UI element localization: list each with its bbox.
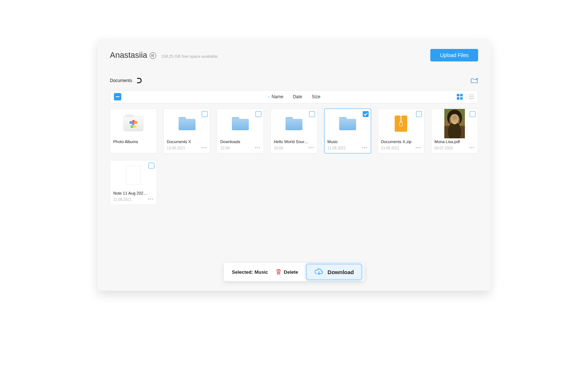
registered-mark-icon: R — [150, 52, 156, 59]
file-tile[interactable]: Music11.08.2021••• — [324, 109, 371, 153]
tile-more-icon[interactable]: ••• — [201, 147, 207, 149]
user-name: Anastasiia R — [110, 50, 156, 60]
file-tile[interactable]: Documents X13.08.2021••• — [164, 109, 211, 153]
grid-view-icon[interactable] — [457, 94, 463, 100]
tile-meta: 11.08.2021••• — [325, 145, 371, 152]
tile-date: 12:38 — [220, 146, 229, 150]
toolbar: ↑ Name Date Size — [110, 90, 478, 103]
tile-checkbox[interactable] — [255, 111, 261, 117]
file-tile[interactable]: Photo Albums••• — [110, 109, 157, 153]
tile-meta: 15:09••• — [271, 145, 317, 152]
view-toggle — [457, 94, 474, 100]
tile-name: Documents X — [164, 138, 210, 145]
folder-icon — [286, 117, 302, 130]
file-tile[interactable]: Mona Lisa.pdf03.07.2020••• — [431, 109, 478, 153]
file-tile[interactable]: Hello World Sour…15:09••• — [270, 109, 318, 153]
breadcrumb-row: Documents — [110, 78, 478, 84]
tile-name: Documents X.zip — [378, 138, 424, 145]
tile-name: Downloads — [217, 138, 263, 145]
file-tile[interactable]: Downloads12:38••• — [217, 109, 264, 153]
user-name-text: Anastasiia — [110, 50, 147, 60]
sort-size-label: Size — [312, 94, 320, 99]
selection-action-bar: Selected: Music Delete Download — [224, 263, 364, 281]
new-folder-icon[interactable] — [471, 78, 478, 84]
sort-controls: ↑ Name Date Size — [268, 94, 320, 99]
delete-button[interactable]: Delete — [276, 269, 298, 275]
tile-thumbnail — [110, 109, 157, 138]
sort-name-label: Name — [272, 94, 283, 99]
tile-more-icon[interactable]: ••• — [362, 147, 368, 149]
tile-more-icon[interactable]: ••• — [469, 147, 475, 149]
sort-by-date[interactable]: Date — [293, 94, 302, 99]
tile-meta: 13.08.2021••• — [164, 145, 210, 152]
note-file-icon — [126, 166, 141, 185]
tile-checkbox[interactable] — [363, 111, 369, 117]
tile-name: Photo Albums — [110, 138, 157, 145]
breadcrumb-label: Documents — [110, 78, 132, 83]
sort-ascending-icon: ↑ — [268, 95, 270, 99]
tile-more-icon[interactable]: ••• — [148, 198, 154, 201]
sort-date-label: Date — [293, 94, 302, 99]
folder-icon — [232, 117, 249, 130]
sort-by-name[interactable]: ↑ Name — [268, 94, 283, 99]
file-tile[interactable]: Documents X.zip13.08.2021••• — [378, 109, 425, 153]
tile-checkbox[interactable] — [416, 111, 422, 117]
file-tile[interactable]: Note 11 Aug 202…11.08.2021••• — [110, 160, 157, 205]
tile-date: 11.08.2021 — [327, 146, 346, 150]
tile-date: 13.08.2021 — [167, 146, 185, 150]
tile-date: 11.08.2021 — [113, 198, 132, 202]
select-all-toggle[interactable] — [114, 93, 121, 100]
download-button[interactable]: Download — [306, 264, 362, 280]
tile-meta: 11.08.2021••• — [110, 196, 157, 204]
cloud-download-icon — [314, 268, 324, 276]
tile-meta: 12:38••• — [217, 145, 263, 152]
tile-name: Hello World Sour… — [271, 138, 317, 145]
tile-name: Mona Lisa.pdf — [431, 138, 478, 145]
tile-more-icon[interactable]: ••• — [255, 147, 261, 149]
breadcrumb[interactable]: Documents — [110, 78, 142, 84]
image-thumbnail — [444, 109, 465, 138]
tile-name: Music — [325, 138, 371, 145]
sort-by-size[interactable]: Size — [312, 94, 320, 99]
breadcrumb-app-icon — [136, 78, 142, 84]
folder-icon — [339, 117, 356, 130]
tile-checkbox[interactable] — [202, 111, 208, 117]
free-space-label: 158,25 GB free space available — [161, 54, 218, 58]
tile-meta: 13.08.2021••• — [378, 145, 424, 152]
file-manager-panel: Anastasiia R 158,25 GB free space availa… — [97, 39, 491, 291]
photos-folder-icon — [123, 116, 143, 131]
upload-files-button[interactable]: Upload Files — [430, 49, 478, 61]
tile-name: Note 11 Aug 202… — [110, 190, 157, 196]
tile-checkbox[interactable] — [309, 111, 315, 117]
tile-checkbox[interactable] — [470, 111, 476, 117]
trash-icon — [276, 269, 281, 275]
tile-more-icon[interactable]: ••• — [416, 147, 422, 149]
user-block: Anastasiia R 158,25 GB free space availa… — [110, 50, 218, 60]
file-grid: Photo Albums•••Documents X13.08.2021•••D… — [110, 109, 478, 205]
tile-meta: 03.07.2020••• — [431, 145, 478, 152]
header-row: Anastasiia R 158,25 GB free space availa… — [110, 49, 478, 61]
tile-checkbox[interactable] — [148, 163, 154, 169]
zip-file-icon — [395, 116, 407, 132]
tile-date: 15:09 — [274, 146, 283, 150]
delete-label: Delete — [284, 269, 298, 275]
selected-label: Selected: Music — [232, 269, 268, 275]
view-divider — [466, 94, 466, 100]
folder-icon — [179, 117, 196, 130]
tile-date: 13.08.2021 — [381, 146, 399, 150]
list-view-icon[interactable] — [469, 95, 474, 99]
download-label: Download — [327, 269, 354, 275]
tile-more-icon[interactable]: ••• — [308, 147, 314, 149]
tile-date: 03.07.2020 — [434, 146, 453, 150]
